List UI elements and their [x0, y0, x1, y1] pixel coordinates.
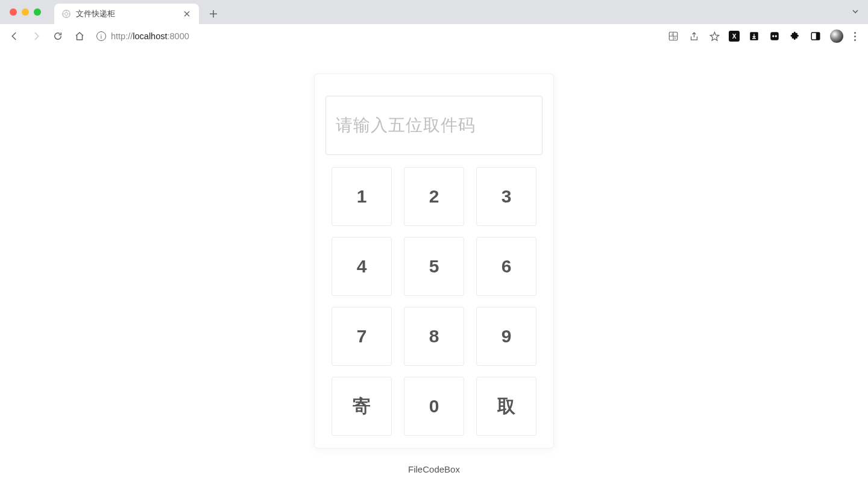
svg-point-8 [775, 35, 777, 37]
svg-rect-6 [770, 32, 779, 40]
favicon-icon [61, 9, 71, 19]
window-maximize-button[interactable] [34, 8, 41, 16]
extension-x-icon[interactable]: X [729, 31, 740, 42]
sidepanel-icon[interactable] [810, 30, 822, 42]
bookmark-star-icon[interactable] [708, 30, 720, 42]
tab-strip: 文件快递柜 [0, 0, 868, 24]
back-button[interactable] [6, 28, 23, 45]
reload-button[interactable] [49, 28, 66, 45]
browser-toolbar: i http://localhost:8000 文A X [0, 24, 868, 48]
download-icon[interactable] [748, 30, 760, 42]
keypad-card: 1 2 3 4 5 6 7 8 9 寄 0 取 [314, 74, 554, 448]
url-prefix: http:// [111, 31, 133, 41]
url-host: localhost [133, 31, 167, 41]
key-2[interactable]: 2 [404, 167, 464, 226]
key-8[interactable]: 8 [404, 307, 464, 366]
keypad: 1 2 3 4 5 6 7 8 9 寄 0 取 [326, 167, 542, 437]
key-3[interactable]: 3 [476, 167, 536, 226]
key-1[interactable]: 1 [332, 167, 392, 226]
key-5[interactable]: 5 [404, 237, 464, 296]
svg-point-7 [772, 35, 774, 37]
share-icon[interactable] [688, 30, 700, 42]
toolbar-actions: 文A X [667, 30, 862, 43]
site-info-icon[interactable]: i [96, 31, 106, 41]
extension-dots-icon[interactable] [769, 30, 781, 42]
key-6[interactable]: 6 [476, 237, 536, 296]
extensions-puzzle-icon[interactable] [789, 30, 801, 42]
tab-close-button[interactable] [182, 9, 192, 19]
svg-text:文: 文 [671, 33, 674, 36]
svg-rect-10 [816, 33, 820, 40]
svg-point-1 [65, 13, 68, 16]
window-close-button[interactable] [10, 8, 17, 16]
browser-tab[interactable]: 文件快递柜 [54, 4, 199, 24]
key-send[interactable]: 寄 [332, 377, 392, 436]
address-bar[interactable]: i http://localhost:8000 [93, 31, 662, 41]
url-text: http://localhost:8000 [111, 31, 189, 41]
forward-button[interactable] [28, 28, 45, 45]
profile-avatar[interactable] [830, 30, 843, 43]
pickup-code-input[interactable] [326, 96, 542, 155]
tab-title: 文件快递柜 [76, 9, 177, 19]
key-0[interactable]: 0 [404, 377, 464, 436]
translate-icon[interactable]: 文A [667, 30, 679, 42]
key-pickup[interactable]: 取 [476, 377, 536, 436]
tabs-dropdown-button[interactable] [851, 7, 860, 18]
browser-menu-button[interactable] [852, 32, 858, 41]
footer-label: FileCodeBox [408, 464, 460, 474]
svg-text:A: A [674, 37, 676, 40]
window-controls [10, 8, 41, 16]
key-7[interactable]: 7 [332, 307, 392, 366]
home-button[interactable] [71, 28, 88, 45]
window-minimize-button[interactable] [22, 8, 29, 16]
browser-chrome: 文件快递柜 i http://localhost:8000 [0, 0, 868, 48]
page-content: 1 2 3 4 5 6 7 8 9 寄 0 取 FileCodeBox [0, 48, 868, 481]
url-port: :8000 [168, 31, 189, 41]
key-4[interactable]: 4 [332, 237, 392, 296]
key-9[interactable]: 9 [476, 307, 536, 366]
new-tab-button[interactable] [205, 5, 222, 22]
